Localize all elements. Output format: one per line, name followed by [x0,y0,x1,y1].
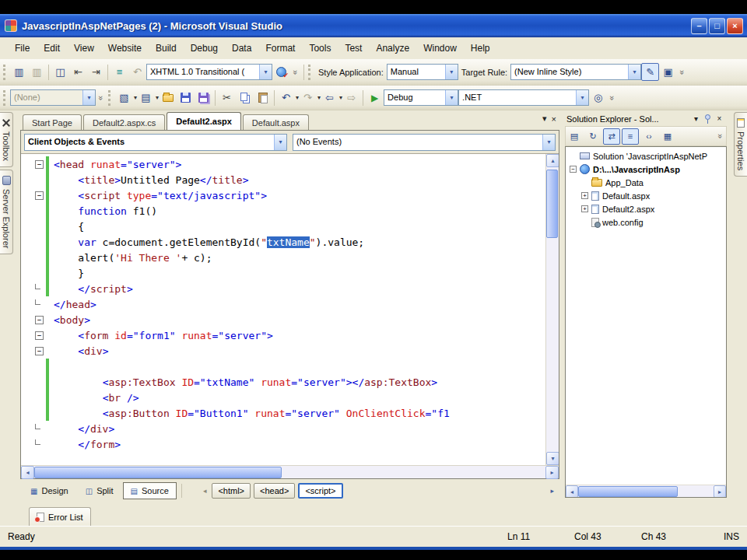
fold-margin[interactable]: − [21,343,46,359]
scroll-up-icon[interactable]: ▴ [546,154,559,167]
fold-margin[interactable]: − [21,312,46,327]
tree-item-default-aspx[interactable]: +Default.aspx [567,189,726,202]
tree-item-app-data[interactable]: App_Data [567,176,726,189]
sidebar-tab-properties[interactable]: Properties [734,112,747,177]
toolbar-overflow-icon[interactable]: » [96,93,106,103]
sidebar-tab-toolbox[interactable]: Toolbox [0,112,13,167]
menu-view[interactable]: View [67,39,101,58]
vertical-scrollbar[interactable]: ▴ ▾ [545,154,559,465]
expand-icon[interactable]: + [581,192,588,199]
auto-hide-pin-icon[interactable] [702,114,714,123]
code-surface[interactable]: −<head runat="server"> <title>Untitled P… [21,154,545,465]
view-button-design[interactable]: ▦Design [23,482,76,499]
menu-data[interactable]: Data [225,39,258,58]
navigate-backward-button[interactable]: ⇦ [321,89,338,107]
refresh-button[interactable]: ↻ [584,128,601,145]
save-button[interactable] [177,89,195,107]
minimize-button[interactable]: – [691,18,707,34]
fold-margin[interactable] [21,405,46,421]
scroll-track[interactable] [546,167,559,452]
font-name-combobox[interactable]: (None) ▾ [10,89,96,106]
active-files-dropdown-icon[interactable]: ▾ [542,114,547,124]
toolbar-overflow-icon[interactable]: » [716,131,725,142]
find-in-files-button[interactable]: ◎ [589,89,607,107]
view-split-button[interactable]: ◫ [51,63,69,81]
window-position-icon[interactable]: ▾ [690,114,702,123]
menu-help[interactable]: Help [464,39,497,58]
decrease-indent-button[interactable]: ⇤ [69,63,87,81]
object-combobox[interactable]: Client Objects & Events ▾ [24,134,287,151]
fold-margin[interactable] [21,203,46,219]
toolbar-grip[interactable] [108,90,112,106]
code-text[interactable]: </form> [51,439,121,450]
tab-start-page[interactable]: Start Page [23,114,82,130]
toolbar-grip[interactable] [3,65,7,80]
fold-collapse-icon[interactable]: − [35,191,44,200]
add-new-item-button[interactable]: ▤ [137,89,155,107]
fold-collapse-icon[interactable]: − [35,160,44,169]
nest-related-files-button[interactable]: ≡ [622,128,639,145]
toolbar-overflow-icon[interactable]: » [608,93,617,103]
code-text[interactable]: <br /> [51,392,139,404]
new-style-button[interactable]: ✎ [641,63,659,81]
menu-build[interactable]: Build [149,39,184,58]
toolbar-overflow-icon[interactable]: » [678,67,687,78]
code-text[interactable]: var c=document.getElementById("txtName")… [51,236,364,248]
tree-item-d-javascriptinasp[interactable]: −D:\...\JavascriptInAsp [567,163,726,176]
code-text[interactable]: </script> [51,283,133,295]
horizontal-scrollbar[interactable]: ◂ ▸ [21,465,559,478]
solution-explorer-hscrollbar[interactable]: ◂ ▸ [566,485,726,497]
undo-button[interactable]: ↶ [277,89,295,107]
scroll-down-icon[interactable]: ▾ [546,452,559,465]
format-document-button[interactable]: ▥ [10,63,28,81]
attach-style-sheet-button[interactable]: ▣ [659,63,677,81]
code-text[interactable]: <head runat="server"> [51,159,181,170]
fold-collapse-icon[interactable]: − [35,331,44,340]
fold-margin[interactable] [21,250,46,265]
code-text[interactable]: </div> [51,423,114,435]
fold-margin[interactable] [21,436,46,452]
breadcrumb-tag-html[interactable]: <html> [212,483,251,499]
tab-default2-aspx-cs[interactable]: Default2.aspx.cs [83,114,165,130]
start-debugging-button[interactable]: ▶ [366,89,384,107]
menu-edit[interactable]: Edit [37,39,67,58]
scroll-right-icon[interactable]: ▸ [714,485,726,498]
code-text[interactable]: <asp:TextBox ID="txtName" runat="server"… [51,376,437,388]
expand-icon[interactable]: + [581,205,588,212]
code-text[interactable]: <form id="form1" runat="server"> [51,330,273,341]
tree-item-web-config[interactable]: web.config [567,215,726,229]
solution-explorer-header[interactable]: Solution Explorer - Sol... ▾ × [565,111,727,126]
fold-margin[interactable] [21,421,46,436]
check-accessibility-button[interactable] [272,63,290,81]
fold-margin[interactable] [21,265,46,281]
code-text[interactable]: </head> [51,299,96,310]
scroll-track[interactable] [282,466,545,478]
increase-indent-button[interactable]: ⇥ [87,63,105,81]
view-code-button[interactable]: ‹› [640,128,658,145]
chevron-down-icon[interactable]: ▾ [576,90,588,105]
menu-debug[interactable]: Debug [184,39,225,58]
toolbar-grip[interactable] [308,65,312,80]
scroll-thumb[interactable] [34,467,282,478]
code-editor[interactable]: −<head runat="server"> <title>Untitled P… [21,153,559,465]
cut-button[interactable]: ✂ [218,89,236,107]
solution-configurations-combobox[interactable]: Debug ▾ [384,89,458,106]
fold-margin[interactable]: − [21,327,46,343]
target-rule-combobox[interactable]: (New Inline Style) ▾ [510,64,641,80]
navigate-forward-button[interactable]: ⇨ [342,89,360,107]
doctype-combobox[interactable]: XHTML 1.0 Transitional ( ▾ [146,64,272,80]
copy-website-button[interactable]: ⇄ [603,128,620,145]
close-button[interactable]: × [727,18,743,34]
fold-margin[interactable] [21,234,46,250]
chevron-down-icon[interactable]: ▾ [259,65,272,79]
new-website-button[interactable]: ▧ [115,89,133,107]
code-text[interactable]: <script type="text/javascript"> [51,190,267,201]
event-combobox[interactable]: (No Events) ▾ [293,134,556,151]
menu-website[interactable]: Website [101,39,149,58]
tree-item-solution-javascriptinaspnetp[interactable]: Solution 'JavascriptInAspNetP [567,149,726,163]
scroll-track[interactable] [678,485,714,497]
code-text[interactable]: { [51,221,84,233]
code-text[interactable]: } [51,268,84,279]
save-all-button[interactable] [195,89,212,107]
code-text[interactable]: function f1() [51,205,157,217]
